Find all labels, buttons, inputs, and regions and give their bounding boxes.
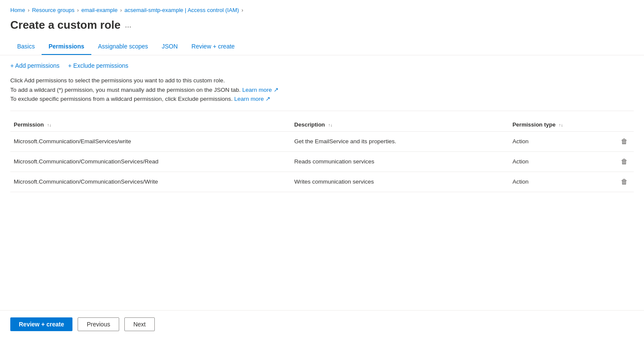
info-line1: Click Add permissions to select the perm… [10, 76, 634, 85]
breadcrumb-resource-groups[interactable]: Resource groups [32, 7, 75, 13]
col-header-permission: Permission ↑↓ [10, 118, 291, 132]
cell-type-0: Action [509, 131, 602, 151]
footer: Review + create Previous Next [0, 310, 644, 338]
tab-permissions[interactable]: Permissions [42, 39, 91, 55]
info-text: Click Add permissions to select the perm… [10, 76, 634, 111]
breadcrumb-sep-2: › [77, 7, 79, 13]
info-line2: To add a wildcard (*) permission, you mu… [10, 85, 634, 95]
breadcrumb: Home › Resource groups › email-example ›… [0, 0, 644, 17]
breadcrumb-sep-4: › [241, 7, 243, 13]
breadcrumb-sep-1: › [28, 7, 30, 13]
col-header-permission-type: Permission type ↑↓ [509, 118, 602, 132]
add-permissions-button[interactable]: + Add permissions [10, 62, 60, 69]
table-row: Microsoft.Communication/CommunicationSer… [10, 172, 634, 192]
cell-delete-1: 🗑 [602, 151, 634, 172]
tab-review-create[interactable]: Review + create [185, 39, 242, 55]
cell-description-0: Get the EmailService and its properties. [291, 131, 509, 151]
page-title-row: Create a custom role ... [0, 17, 644, 39]
breadcrumb-email-example[interactable]: email-example [81, 7, 118, 13]
permissions-table: Permission ↑↓ Description ↑↓ Permission … [10, 118, 634, 192]
cell-delete-2: 🗑 [602, 172, 634, 192]
cell-description-2: Writes communication services [291, 172, 509, 192]
cell-description-1: Reads communication services [291, 151, 509, 172]
action-buttons-row: + Add permissions + Exclude permissions [10, 62, 634, 69]
delete-button-1[interactable]: 🗑 [618, 157, 630, 166]
col-header-action [602, 118, 634, 132]
cell-permission-1: Microsoft.Communication/CommunicationSer… [10, 151, 291, 172]
learn-more-link-1[interactable]: Learn more ↗ [242, 87, 279, 93]
review-create-button[interactable]: Review + create [10, 317, 72, 331]
tab-assignable-scopes[interactable]: Assignable scopes [91, 39, 155, 55]
learn-more-link-2[interactable]: Learn more ↗ [234, 96, 271, 102]
cell-permission-2: Microsoft.Communication/CommunicationSer… [10, 172, 291, 192]
tab-json[interactable]: JSON [155, 39, 184, 55]
cell-type-1: Action [509, 151, 602, 172]
sort-icon-description[interactable]: ↑↓ [328, 123, 332, 127]
breadcrumb-sep-3: › [120, 7, 122, 13]
delete-button-0[interactable]: 🗑 [618, 137, 630, 146]
table-row: Microsoft.Communication/CommunicationSer… [10, 151, 634, 172]
info-line3: To exclude specific permissions from a w… [10, 94, 634, 104]
table-row: Microsoft.Communication/EmailServices/wr… [10, 131, 634, 151]
page-container: Home › Resource groups › email-example ›… [0, 0, 644, 338]
previous-button[interactable]: Previous [78, 317, 119, 331]
cell-type-2: Action [509, 172, 602, 192]
breadcrumb-iam[interactable]: acsemail-smtp-example | Access control (… [124, 7, 239, 13]
next-button[interactable]: Next [124, 317, 155, 331]
tabs-container: Basics Permissions Assignable scopes JSO… [0, 39, 644, 55]
col-header-description: Description ↑↓ [291, 118, 509, 132]
cell-permission-0: Microsoft.Communication/EmailServices/wr… [10, 131, 291, 151]
sort-icon-permission-type[interactable]: ↑↓ [559, 123, 563, 127]
page-title-menu[interactable]: ... [125, 21, 131, 30]
page-title: Create a custom role [10, 18, 120, 32]
sort-icon-permission[interactable]: ↑↓ [47, 123, 51, 127]
cell-delete-0: 🗑 [602, 131, 634, 151]
delete-button-2[interactable]: 🗑 [618, 177, 630, 187]
exclude-permissions-button[interactable]: + Exclude permissions [68, 62, 128, 69]
breadcrumb-home[interactable]: Home [10, 7, 25, 13]
tab-basics[interactable]: Basics [10, 39, 42, 55]
content-area: + Add permissions + Exclude permissions … [0, 55, 644, 310]
